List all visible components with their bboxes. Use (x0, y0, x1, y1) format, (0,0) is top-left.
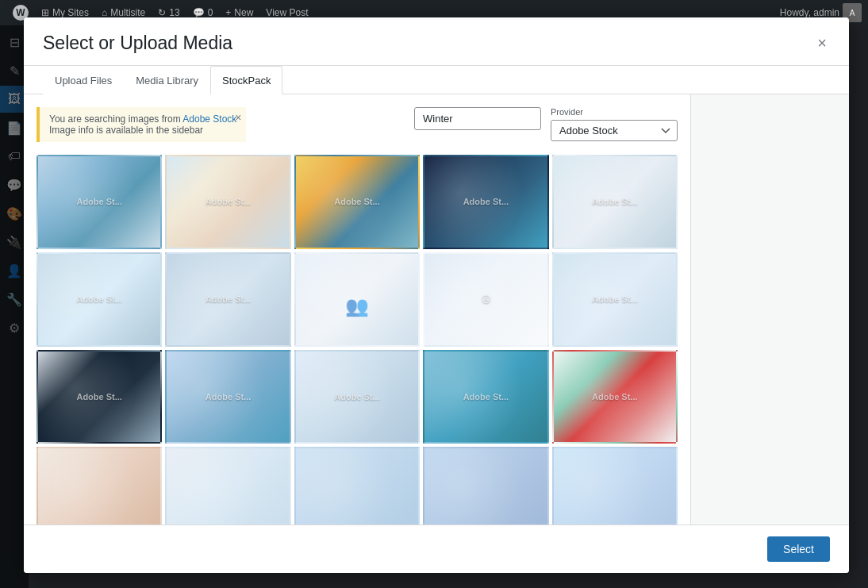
sites-icon: ⊞ (41, 7, 49, 18)
tab-stockpack[interactable]: StockPack (210, 66, 282, 94)
comments-icon: 💬 (193, 7, 205, 18)
stock-image-6[interactable]: Adobe St... (36, 252, 162, 347)
stock-image-16[interactable] (36, 447, 162, 525)
tab-media-library[interactable]: Media Library (124, 66, 210, 94)
watermark-15: Adobe St... (592, 392, 637, 402)
search-bar: You are searching images from Adobe Stoc… (24, 107, 690, 155)
plus-icon: + (225, 7, 231, 18)
stock-image-9[interactable]: Ⓐ (423, 252, 548, 347)
stock-image-8[interactable]: 👥 (294, 252, 420, 347)
stock-image-11[interactable]: Adobe St... (36, 350, 162, 444)
home-icon: ⌂ (102, 7, 107, 18)
select-button[interactable]: Select (767, 536, 830, 562)
watermark-4: Adobe St... (463, 197, 509, 206)
view-post-label: View Post (266, 7, 308, 18)
stock-image-10[interactable]: Adobe St... (552, 252, 678, 347)
adobe-stock-link[interactable]: Adobe Stock (182, 113, 236, 125)
multisite-label: Multisite (110, 7, 145, 18)
modal-sidebar-panel (690, 94, 849, 525)
new-label: New (234, 7, 253, 18)
modal-tabs: Upload Files Media Library StockPack (24, 66, 849, 94)
info-box: You are searching images from Adobe Stoc… (36, 107, 246, 142)
modal-header: Select or Upload Media × (24, 17, 849, 66)
people-silhouette: 👥 (345, 295, 369, 317)
my-sites-label: My Sites (52, 7, 89, 18)
stock-image-3[interactable]: Adobe St... (294, 155, 420, 249)
watermark-11: Adobe St... (76, 392, 121, 402)
watermark-3: Adobe St... (334, 197, 379, 206)
search-input[interactable] (414, 107, 541, 130)
watermark-5: Adobe St... (592, 197, 637, 206)
watermark-9: Ⓐ (482, 294, 490, 306)
provider-select[interactable]: Adobe Stock Shutterstock Getty Images (551, 120, 678, 141)
updates-icon: ↻ (158, 7, 166, 18)
modal-footer: Select (24, 525, 849, 573)
image-grid: Adobe St... Adobe St... Adobe St... Adob… (36, 155, 690, 525)
watermark-7: Adobe St... (205, 294, 251, 304)
comments-count: 0 (208, 7, 213, 18)
image-grid-wrap[interactable]: Adobe St... Adobe St... Adobe St... Adob… (24, 155, 690, 525)
stock-image-4[interactable]: Adobe St... (423, 155, 548, 249)
stock-image-7[interactable]: Adobe St... (165, 252, 290, 347)
stock-image-14[interactable]: Adobe St... (423, 350, 548, 444)
watermark-13: Adobe St... (334, 392, 379, 402)
updates-count: 13 (169, 7, 179, 18)
info-text-2: Image info is available in the sidebar (49, 125, 203, 136)
search-input-wrap (414, 107, 541, 130)
modal-title: Select or Upload Media (43, 33, 232, 54)
watermark-6: Adobe St... (76, 294, 121, 304)
modal-body: You are searching images from Adobe Stoc… (24, 94, 849, 525)
stock-image-2[interactable]: Adobe St... (165, 155, 290, 249)
info-box-close-button[interactable]: × (235, 112, 241, 123)
tab-upload-files[interactable]: Upload Files (43, 66, 124, 94)
stock-image-1[interactable]: Adobe St... (36, 155, 162, 249)
watermark-14: Adobe St... (463, 392, 509, 402)
watermark-12: Adobe St... (205, 392, 251, 402)
stock-image-17[interactable] (165, 447, 290, 525)
stock-image-20[interactable] (552, 447, 678, 525)
info-text-1: You are searching images from (49, 113, 182, 125)
provider-label: Provider (551, 107, 678, 117)
watermark-10: Adobe St... (592, 294, 637, 304)
watermark-1: Adobe St... (76, 197, 121, 206)
modal-main-content: You are searching images from Adobe Stoc… (24, 94, 690, 525)
stock-image-18[interactable] (294, 447, 420, 525)
media-modal: Select or Upload Media × Upload Files Me… (24, 17, 849, 573)
stock-image-5[interactable]: Adobe St... (552, 155, 678, 249)
stock-image-15[interactable]: Adobe St... (552, 350, 678, 444)
stock-image-12[interactable]: Adobe St... (165, 350, 290, 444)
provider-group: Provider Adobe Stock Shutterstock Getty … (551, 107, 678, 141)
stock-image-19[interactable] (423, 447, 548, 525)
modal-close-button[interactable]: × (814, 32, 830, 54)
howdy-label: Howdy, admin (780, 7, 839, 18)
stock-image-13[interactable]: Adobe St... (294, 350, 420, 444)
watermark-2: Adobe St... (205, 197, 251, 206)
